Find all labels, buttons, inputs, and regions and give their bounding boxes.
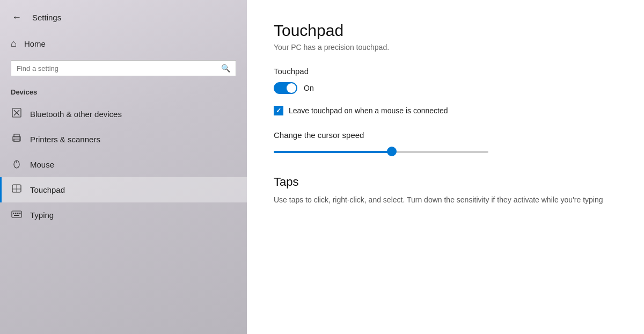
taps-description: Use taps to click, right-click, and sele… — [274, 194, 612, 206]
leave-touchpad-label: Leave touchpad on when a mouse is connec… — [289, 106, 448, 115]
mouse-icon — [11, 158, 23, 171]
svg-point-6 — [19, 137, 20, 139]
home-nav-item[interactable]: ⌂ Home — [0, 33, 247, 55]
bluetooth-icon — [11, 107, 23, 121]
touchpad-section-label: Touchpad — [274, 67, 617, 76]
taps-title: Taps — [274, 175, 617, 189]
mouse-label: Mouse — [30, 160, 54, 169]
bluetooth-label: Bluetooth & other devices — [30, 110, 122, 119]
slider-fill — [274, 151, 392, 153]
app-title: Settings — [32, 13, 61, 22]
page-title: Touchpad — [274, 21, 617, 40]
printer-icon — [11, 133, 23, 146]
home-label: Home — [24, 39, 46, 48]
sidebar-item-touchpad[interactable]: Touchpad — [0, 177, 247, 202]
mouse-connected-row: Leave touchpad on when a mouse is connec… — [274, 106, 617, 115]
search-box-wrapper: 🔍 — [0, 55, 247, 84]
touchpad-icon — [11, 183, 23, 197]
sidebar-item-bluetooth[interactable]: Bluetooth & other devices — [0, 101, 247, 127]
main-content: Touchpad Your PC has a precision touchpa… — [247, 0, 644, 334]
back-icon: ← — [12, 12, 21, 23]
home-icon: ⌂ — [11, 38, 17, 49]
touchpad-label: Touchpad — [30, 185, 65, 194]
sidebar-item-printers[interactable]: Printers & scanners — [0, 127, 247, 152]
search-input[interactable] — [17, 64, 217, 72]
svg-rect-5 — [14, 139, 19, 141]
search-icon: 🔍 — [221, 64, 230, 72]
sidebar-item-typing[interactable]: Typing — [0, 202, 247, 228]
svg-rect-16 — [19, 213, 21, 214]
search-box[interactable]: 🔍 — [11, 60, 236, 76]
cursor-speed-label: Change the cursor speed — [274, 130, 617, 140]
printers-label: Printers & scanners — [30, 135, 100, 144]
back-button[interactable]: ← — [10, 10, 24, 25]
svg-rect-14 — [15, 213, 17, 214]
sidebar-header: ← Settings — [0, 0, 247, 33]
page-subtitle: Your PC has a precision touchpad. — [274, 43, 617, 52]
leave-touchpad-checkbox[interactable] — [274, 106, 283, 115]
sidebar: ← Settings ⌂ Home 🔍 Devices Bluetooth & … — [0, 0, 247, 334]
typing-label: Typing — [30, 210, 54, 220]
devices-section-label: Devices — [0, 84, 247, 101]
slider-thumb[interactable] — [387, 147, 397, 156]
cursor-speed-slider-wrap — [274, 146, 617, 158]
svg-rect-12 — [12, 211, 21, 217]
slider-track[interactable] — [274, 151, 488, 153]
toggle-state-label: On — [304, 84, 314, 92]
typing-icon — [11, 208, 23, 222]
svg-rect-15 — [17, 213, 19, 214]
svg-rect-13 — [13, 213, 14, 214]
svg-rect-17 — [14, 215, 19, 216]
touchpad-toggle-row: On — [274, 82, 617, 94]
sidebar-item-mouse[interactable]: Mouse — [0, 152, 247, 177]
touchpad-toggle[interactable] — [274, 82, 297, 94]
